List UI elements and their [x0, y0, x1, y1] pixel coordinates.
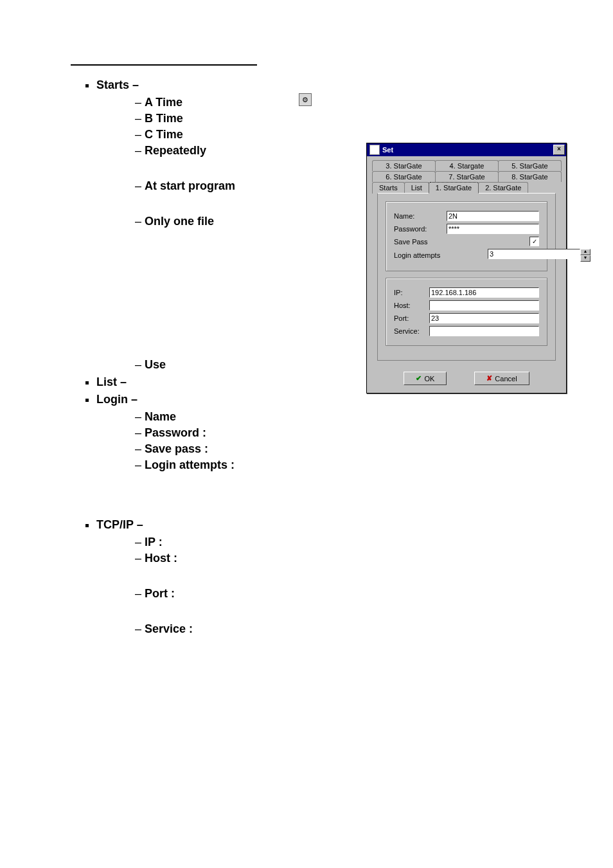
item-tcpip: TCP/IP –	[96, 518, 542, 532]
port-field[interactable]	[429, 313, 539, 323]
tab-3-stargate[interactable]: 3. StarGate	[372, 160, 436, 171]
label-savepass: Save Pass	[394, 238, 529, 246]
item-host: Host :	[135, 552, 542, 565]
separator-line	[71, 64, 257, 66]
item-ip: IP :	[135, 536, 542, 549]
item-starts: Starts –	[96, 78, 542, 92]
check-icon: ✔	[416, 374, 422, 383]
label-password: Password:	[394, 225, 447, 233]
tab-2-stargate[interactable]: 2. StarGate	[478, 182, 528, 194]
item-service: Service :	[135, 622, 542, 636]
ok-button[interactable]: ✔ OK	[404, 372, 447, 385]
login-group: Name: Password: Save Pass ✓ Login attemp…	[386, 201, 547, 271]
item-savepass: Save pass :	[135, 442, 542, 456]
spin-down-icon[interactable]: ▼	[580, 255, 591, 262]
label-host: Host:	[394, 302, 429, 309]
ip-field[interactable]	[429, 287, 539, 298]
set-dialog: Set × 3. StarGate 4. Stargate 5. StarGat…	[366, 143, 567, 393]
savepass-checkbox[interactable]: ✓	[529, 237, 539, 246]
label-service: Service:	[394, 327, 429, 335]
close-icon[interactable]: ×	[553, 145, 565, 155]
toolbar-icon: ⚙	[299, 93, 312, 106]
host-field[interactable]	[429, 300, 539, 311]
item-attempts: Login attempts :	[135, 458, 542, 472]
tab-5-stargate[interactable]: 5. StarGate	[498, 160, 562, 171]
tab-1-stargate[interactable]: 1. StarGate	[429, 182, 479, 194]
tab-list[interactable]: List	[404, 182, 429, 194]
tab-6-stargate[interactable]: 6. StarGate	[372, 171, 436, 182]
item-port: Port :	[135, 587, 542, 601]
item-password: Password :	[135, 426, 542, 440]
dialog-titlebar[interactable]: Set ×	[367, 143, 566, 156]
label-port: Port:	[394, 314, 429, 322]
tcpip-group: IP: Host: Port: Service:	[386, 278, 547, 346]
password-field[interactable]	[447, 224, 539, 234]
tab-8-stargate[interactable]: 8. StarGate	[498, 171, 562, 182]
x-icon: ✘	[486, 374, 492, 383]
app-icon	[369, 145, 380, 155]
item-name: Name	[135, 410, 542, 424]
label-name: Name:	[394, 212, 447, 220]
cancel-label: Cancel	[495, 375, 517, 383]
tab-4-stargate[interactable]: 4. Stargate	[435, 160, 499, 171]
tab-starts[interactable]: Starts	[372, 182, 405, 194]
item-login: Login –	[96, 393, 542, 406]
attempts-field[interactable]	[488, 249, 580, 259]
tab-7-stargate[interactable]: 7. StarGate	[435, 171, 499, 182]
spin-up-icon[interactable]: ▲	[580, 249, 591, 255]
label-attempts: Login attempts	[394, 251, 488, 259]
dialog-title: Set	[382, 146, 393, 154]
label-ip: IP:	[394, 289, 429, 296]
item-b-time: B Time	[135, 112, 542, 125]
cancel-button[interactable]: ✘ Cancel	[474, 372, 529, 385]
name-field[interactable]	[447, 211, 539, 221]
item-c-time: C Time	[135, 128, 542, 141]
item-a-time: A Time	[135, 96, 542, 109]
service-field[interactable]	[429, 326, 539, 336]
ok-label: OK	[424, 375, 434, 383]
